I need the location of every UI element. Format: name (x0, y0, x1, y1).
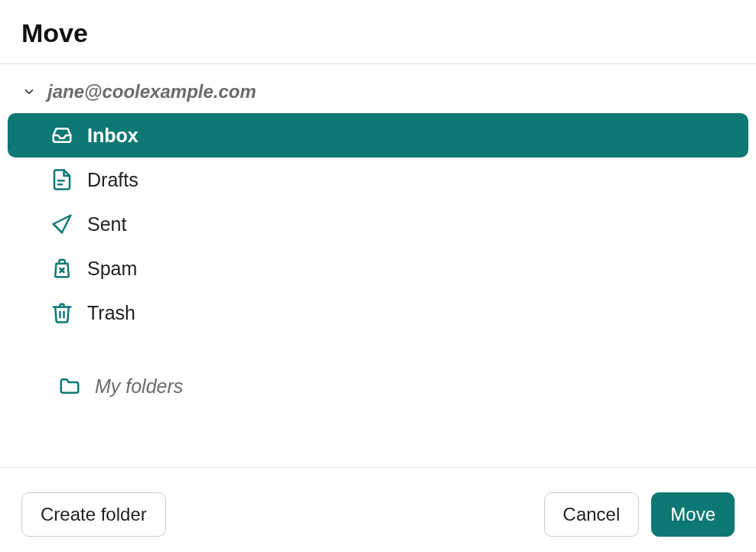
footer-actions: Cancel Move (544, 492, 735, 537)
folder-picker-content: jane@coolexample.com Inbox (0, 64, 756, 467)
move-button[interactable]: Move (651, 492, 735, 537)
drafts-icon (51, 168, 73, 191)
folder-label: Trash (87, 302, 135, 324)
folder-item-inbox[interactable]: Inbox (8, 113, 748, 157)
section-gap (8, 335, 748, 364)
folder-icon (58, 375, 81, 398)
svg-line-4 (54, 224, 62, 232)
dialog-title: Move (21, 18, 735, 48)
folder-item-spam[interactable]: Spam (8, 246, 748, 291)
dialog-footer: Create folder Cancel Move (0, 467, 756, 552)
trash-icon (51, 301, 73, 324)
sent-icon (51, 213, 73, 235)
folder-item-trash[interactable]: Trash (8, 291, 748, 335)
chevron-down-icon (21, 84, 37, 99)
cancel-button[interactable]: Cancel (544, 492, 640, 537)
folder-item-sent[interactable]: Sent (8, 202, 748, 246)
create-folder-button[interactable]: Create folder (21, 492, 166, 537)
dialog-header: Move (0, 0, 756, 63)
folder-label: Inbox (87, 125, 138, 147)
folder-label: Sent (87, 213, 126, 235)
account-email: jane@coolexample.com (47, 81, 256, 102)
inbox-icon (51, 124, 73, 147)
folder-item-drafts[interactable]: Drafts (8, 157, 748, 202)
spam-icon (51, 257, 73, 280)
folder-label: Drafts (87, 169, 138, 191)
folder-label: Spam (87, 258, 137, 280)
folder-list: Inbox Drafts Sent (0, 113, 756, 408)
folder-item-my-folders[interactable]: My folders (8, 364, 748, 408)
account-row[interactable]: jane@coolexample.com (0, 73, 756, 113)
folder-label: My folders (95, 375, 183, 398)
